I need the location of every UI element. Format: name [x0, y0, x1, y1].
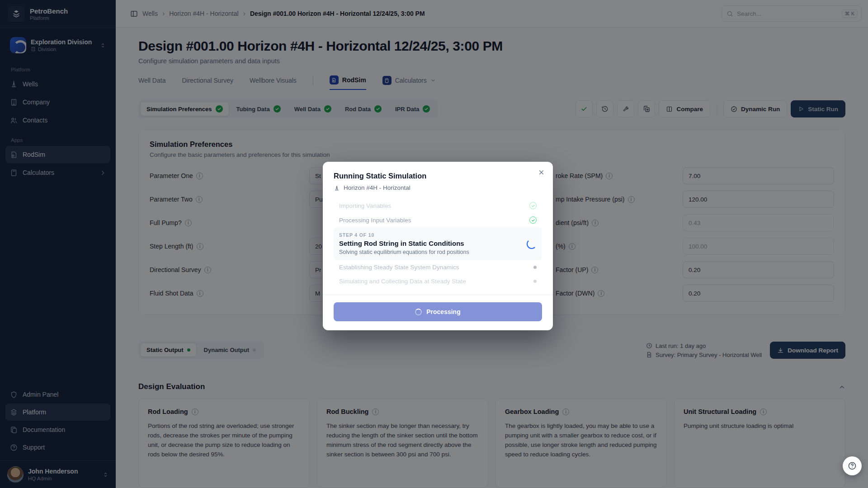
- check-circle-icon: [529, 202, 537, 209]
- current-step-title: Setting Rod String in Static Conditions: [339, 239, 469, 247]
- modal-title: Running Static Simulation: [334, 172, 542, 180]
- processing-button[interactable]: Processing: [334, 302, 542, 321]
- check-circle-icon: [529, 216, 537, 224]
- step-counter: STEP 4 OF 10: [339, 232, 469, 238]
- step-simulating-collecting: Simulating and Collecting Data at Steady…: [334, 274, 542, 288]
- help-circle-icon: [848, 461, 857, 470]
- step-establishing-steady-state: Establishing Steady State System Dynamic…: [334, 260, 542, 274]
- modal-footer: Processing: [323, 295, 553, 321]
- pending-dot: [533, 266, 537, 269]
- derrick-icon: [334, 185, 340, 191]
- modal-well: Horizon #4H - Horizontal: [334, 184, 542, 191]
- spinner-icon: [415, 309, 422, 315]
- simulation-steps: Importing Variables Processing Input Var…: [334, 198, 542, 288]
- spinner-icon: [527, 239, 537, 249]
- help-fab[interactable]: [843, 456, 862, 475]
- step-processing-input-variables: Processing Input Variables: [334, 213, 542, 227]
- running-simulation-modal: Running Static Simulation Horizon #4H - …: [323, 162, 553, 330]
- current-step: STEP 4 OF 10 Setting Rod String in Stati…: [334, 227, 542, 260]
- pending-dot: [533, 280, 537, 283]
- close-icon[interactable]: [538, 169, 545, 176]
- current-step-desc: Solving static equilibrium equations for…: [339, 249, 469, 255]
- step-importing-variables: Importing Variables: [334, 198, 542, 213]
